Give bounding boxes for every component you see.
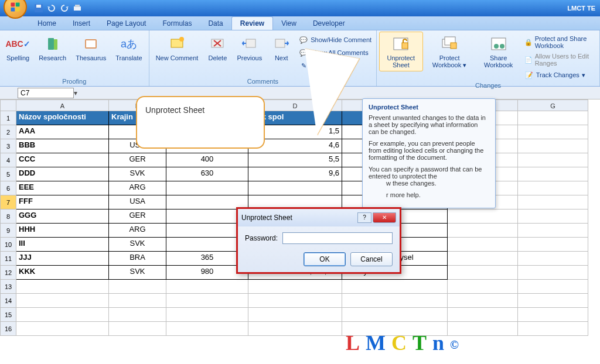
row-header[interactable]: 10 — [0, 238, 16, 252]
row-header[interactable]: 6 — [0, 181, 16, 195]
row-header[interactable]: 3 — [0, 139, 16, 153]
table-row: 3 BBB USA 350 4,6 — [0, 139, 600, 153]
share-workbook-button[interactable]: Share Workbook — [476, 32, 521, 71]
svg-rect-3 — [16, 8, 20, 12]
col-header[interactable]: G — [518, 99, 588, 111]
previous-comment-button[interactable]: Previous — [233, 32, 266, 64]
svg-rect-2 — [11, 8, 15, 12]
screentip-tooltip: Unprotect Sheet Prevent unwanted changes… — [362, 98, 496, 208]
row-header[interactable]: 9 — [0, 224, 16, 238]
select-all-corner[interactable] — [0, 99, 16, 111]
svg-rect-7 — [75, 5, 80, 7]
table-header-row: 1 Názov spoločnosti Krajin mestnancov Zi… — [0, 111, 600, 125]
row-header[interactable]: 8 — [0, 210, 16, 224]
svg-rect-0 — [11, 3, 15, 7]
quick-access-toolbar — [34, 4, 82, 13]
row-header[interactable]: 13 — [0, 280, 16, 294]
row-header[interactable]: 12 — [0, 266, 16, 280]
thesaurus-button[interactable]: Thesaurus — [71, 32, 110, 64]
svg-rect-1 — [16, 3, 20, 7]
undo-icon[interactable] — [47, 4, 56, 13]
table-row: 14 — [0, 294, 600, 308]
table-row: 13 — [0, 280, 600, 294]
protect-workbook-button[interactable]: Protect Workbook ▾ — [424, 32, 475, 71]
svg-rect-6 — [74, 6, 81, 11]
svg-rect-11 — [86, 40, 96, 47]
row-header[interactable]: 16 — [0, 322, 16, 336]
svg-point-26 — [500, 44, 504, 49]
svg-rect-18 — [275, 39, 285, 47]
tab-review[interactable]: Review — [231, 16, 273, 30]
print-icon[interactable] — [73, 4, 82, 13]
app-title: LMCT TE — [567, 5, 595, 12]
row-header[interactable]: 11 — [0, 252, 16, 266]
password-label: Password: — [245, 234, 278, 242]
translate-button[interactable]: aあTranslate — [111, 32, 146, 64]
table-row: 15 — [0, 308, 600, 322]
group-proofing: ABC✓Spelling Research Thesaurus aあTransl… — [0, 30, 149, 86]
protect-share-workbook-button[interactable]: 🔒Protect and Share Workbook — [522, 34, 597, 50]
table-row: 16 — [0, 322, 600, 336]
name-box[interactable]: C7 — [18, 88, 74, 98]
tab-insert[interactable]: Insert — [64, 17, 98, 30]
delete-comment-button[interactable]: Delete — [203, 32, 231, 64]
next-comment-button[interactable]: Next — [267, 32, 295, 64]
table-row: 2 AAA 200 1,5 — [0, 125, 600, 139]
callout-bubble: Unprotect Sheet — [136, 96, 265, 149]
row-header[interactable]: 7 — [0, 195, 16, 210]
watermark: LMCTn© — [346, 331, 465, 355]
tab-developer[interactable]: Developer — [305, 17, 353, 30]
row-header[interactable]: 15 — [0, 308, 16, 322]
row-header[interactable]: 1 — [0, 111, 16, 125]
svg-rect-9 — [54, 39, 57, 50]
ribbon-tabs: Home Insert Page Layout Formulas Data Re… — [0, 16, 600, 30]
new-comment-button[interactable]: New Comment — [152, 32, 203, 64]
title-bar: LMCT TE — [0, 0, 600, 16]
tab-home[interactable]: Home — [29, 17, 64, 30]
unprotect-sheet-dialog: Unprotect Sheet ? ✕ Password: OK Cancel — [236, 207, 401, 274]
cancel-button[interactable]: Cancel — [350, 252, 393, 266]
ok-button[interactable]: OK — [304, 252, 346, 266]
spelling-button[interactable]: ABC✓Spelling — [2, 32, 33, 64]
dialog-titlebar[interactable]: Unprotect Sheet ? ✕ — [238, 209, 400, 226]
allow-edit-ranges-button[interactable]: 📄Allow Users to Edit Ranges — [522, 51, 597, 68]
svg-rect-20 — [402, 43, 408, 49]
table-row: 4 CCC GER 400 5,5 — [0, 153, 600, 167]
save-icon[interactable] — [34, 4, 43, 13]
tab-page-layout[interactable]: Page Layout — [98, 17, 154, 30]
table-row: 6 EEE ARG — [0, 181, 600, 195]
help-icon[interactable]: ? — [357, 212, 371, 223]
table-row: 5 DDD SVK 630 9,6 — [0, 167, 600, 181]
tab-formulas[interactable]: Formulas — [154, 17, 200, 30]
tab-data[interactable]: Data — [200, 17, 231, 30]
row-header[interactable]: 4 — [0, 153, 16, 167]
col-header[interactable]: A — [16, 99, 109, 111]
ribbon: ABC✓Spelling Research Thesaurus aあTransl… — [0, 30, 600, 87]
redo-icon[interactable] — [60, 4, 69, 13]
row-header[interactable]: 14 — [0, 294, 16, 308]
track-changes-button[interactable]: 📝Track Changes ▾ — [522, 69, 597, 81]
password-input[interactable] — [282, 232, 393, 244]
row-header[interactable]: 5 — [0, 167, 16, 181]
svg-rect-23 — [451, 43, 456, 49]
tab-view[interactable]: View — [273, 17, 305, 30]
unprotect-sheet-button[interactable]: Unprotect Sheet — [379, 32, 422, 71]
group-changes: Unprotect Sheet Protect Workbook ▾ Share… — [377, 30, 600, 86]
svg-point-13 — [179, 37, 184, 42]
svg-point-25 — [494, 44, 499, 49]
research-button[interactable]: Research — [35, 32, 70, 64]
svg-rect-5 — [36, 5, 41, 8]
svg-rect-17 — [246, 39, 255, 47]
svg-rect-8 — [48, 38, 54, 50]
row-header[interactable]: 2 — [0, 125, 16, 139]
name-box-dropdown-icon[interactable]: ▾ — [74, 89, 82, 97]
close-icon[interactable]: ✕ — [373, 212, 396, 223]
